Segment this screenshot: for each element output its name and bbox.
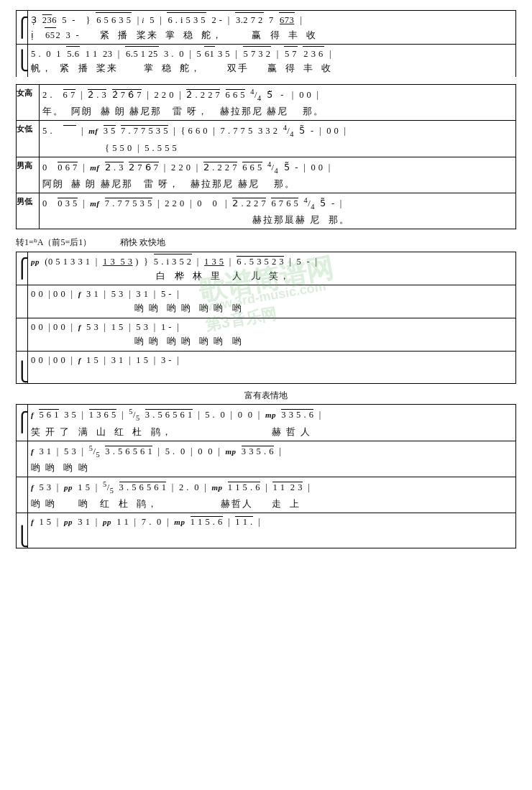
brace-4c xyxy=(17,477,28,513)
score-notes-1: 3̣ 236 5 - } 6 5 6 3 5 | i 5 | 6 . i 5 3… xyxy=(31,12,513,27)
voice4-row-3: ⎩ 0 0 | 0 0 | f 1 5 | 3 1 | 1 5 | 3 - | xyxy=(16,351,516,384)
brace-3d: ⎩ xyxy=(17,352,28,383)
soprano-content: 2 . 6 7 | 2̇ . 3 2̇ 7 6̇ 7 | 2 2 0 | 2̇ … xyxy=(40,85,515,120)
voice4-content-3: 0 0 | 0 0 | f 1 5 | 3 1 | 1 5 | 3 - | xyxy=(28,352,515,383)
expressive-content4: f 1 5 | pp 3 1 | pp 1 1 | 7 . 0 | mp xyxy=(28,513,515,548)
melody-content-3: pp (0 5 1 3 3 1 | 1 3 5 3 ) } 5 . i 3 5 … xyxy=(28,252,515,285)
label-tenor: 男高 xyxy=(17,157,40,193)
row-soprano: 女高 2 . 6 7 | 2̇ . 3 2̇ 7 6̇ 7 | 2 2 0 | … xyxy=(16,84,516,120)
row-2-content: 5 . 0 1 5.6 1 1 23 | 6.5 1 25 3 . 0 | 5 … xyxy=(28,45,515,77)
label-bass: 男低 xyxy=(17,193,40,229)
transition-label: 转1=ᵇA（前5=后1） xyxy=(16,236,91,249)
row-tenor: 男高 0 0 6 7 | mf 2̇ . 3 2̇ 7 6̇ 7 | 2 2 0… xyxy=(16,157,516,193)
brace-1: ⎧ xyxy=(17,11,28,44)
brace-4b xyxy=(17,441,28,477)
label-alto: 女低 xyxy=(17,121,40,156)
voice3-row-3: 0 0 | 0 0 | f 5 3 | 1 5 | 5 3 | 1 - | xyxy=(16,318,516,351)
section-3: ⎧ pp (0 5 1 3 3 1 | 1 3 5 3 ) } 5 . i 3 … xyxy=(16,252,516,384)
brace-4: ⎧ xyxy=(17,405,28,440)
voice3-content-3: 0 0 | 0 0 | f 5 3 | 1 5 | 5 3 | 1 - | xyxy=(28,318,515,351)
spacer-1 xyxy=(16,77,516,84)
row-alto: 女低 5 . | mf 3 5 7 . 7 7 5 3 5 | { 6 6 0 … xyxy=(16,120,516,156)
tempo-label: 稍快 欢快地 xyxy=(120,236,165,249)
expressive-row1: ⎧ f 5 6 1 3 5 | 1 3 6 5 | 5/5 3 . 5 6 5 … xyxy=(16,404,516,440)
transition-section: 转1=ᵇA（前5=后1） 稍快 欢快地 xyxy=(16,236,516,249)
page: 歌谱简谱网 www.3rd-music.com 第3音乐网 ⎧ 3̣ 236 5… xyxy=(0,0,532,559)
expressive-row3: f 5 3 | pp 1 5 | 5/5 3 . 5 6 5 6 1 | 2 .… xyxy=(16,477,516,513)
voice2-row-3: 0 0 | 0 0 | f 3 1 | 5 3 | 3 1 | 5 - | xyxy=(16,285,516,318)
section-2-satb: 女高 2 . 6 7 | 2̇ . 3 2̇ 7 6̇ 7 | 2 2 0 | … xyxy=(16,84,516,229)
brace-3: ⎧ xyxy=(17,252,28,285)
expressive-content1: f 5 6 1 3 5 | 1 3 6 5 | 5/5 3 . 5 6 5 6 … xyxy=(28,405,515,440)
expressive-content2: f 3 1 | 5 3 | 5/5 3 . 5 6 5 6 1 | 5 . 0 … xyxy=(28,441,515,477)
brace-3b xyxy=(17,285,28,318)
score-content: ⎧ 3̣ 236 5 - } 6 5 6 3 5 | i 5 | 6 . i 5… xyxy=(9,6,523,553)
row-1-content: 3̣ 236 5 - } 6 5 6 3 5 | i 5 | 6 . i 5 3… xyxy=(28,11,515,44)
section-1: ⎧ 3̣ 236 5 - } 6 5 6 3 5 | i 5 | 6 . i 5… xyxy=(16,10,516,77)
bass-content: 0 0 3 5 | mf 7 . 7 7 5 3 5 | 2 2 0 | 0 0… xyxy=(40,193,515,229)
label-soprano: 女高 xyxy=(17,85,40,120)
section-4: ⎧ f 5 6 1 3 5 | 1 3 6 5 | 5/5 3 . 5 6 5 … xyxy=(16,404,516,548)
brace-2: ⎩ xyxy=(17,45,28,77)
row-1: ⎧ 3̣ 236 5 - } 6 5 6 3 5 | i 5 | 6 . i 5… xyxy=(17,11,515,45)
voice2-content-3: 0 0 | 0 0 | f 3 1 | 5 3 | 3 1 | 5 - | xyxy=(28,285,515,318)
tempo-section-2: 富有表情地 xyxy=(16,390,516,402)
alto-content: 5 . | mf 3 5 7 . 7 7 5 3 5 | { 6 6 0 | 7… xyxy=(40,121,515,156)
expressive-content3: f 5 3 | pp 1 5 | 5/5 3 . 5 6 5 6 1 | 2 .… xyxy=(28,477,515,513)
brace-4d: ⎩ xyxy=(17,513,28,548)
tenor-content: 0 0 6 7 | mf 2̇ . 3 2̇ 7 6̇ 7 | 2 2 0 | … xyxy=(40,157,515,193)
row-bass: 男低 0 0 3 5 | mf 7 . 7 7 5 3 5 | 2 2 0 | … xyxy=(16,193,516,229)
brace-3c xyxy=(17,318,28,351)
expressive-row4: ⎩ f 1 5 | pp 3 1 | pp 1 1 | 7 . 0 xyxy=(16,513,516,548)
score-notes-1b: ị 652 3 - 紧 播 桨来 掌 稳 舵， 赢 得 丰 收 xyxy=(31,27,513,42)
expressive-row2: f 3 1 | 5 3 | 5/5 3 . 5 6 5 6 1 | 5 . 0 … xyxy=(16,441,516,477)
score-notes-2: 5 . 0 1 5.6 1 1 23 | 6.5 1 25 3 . 0 | 5 … xyxy=(31,46,513,61)
spacer-2 xyxy=(16,229,516,234)
row-2: ⎩ 5 . 0 1 5.6 1 1 23 | 6.5 1 25 3 . 0 xyxy=(17,45,515,77)
melody-row-3: ⎧ pp (0 5 1 3 3 1 | 1 3 5 3 ) } 5 . i 3 … xyxy=(16,252,516,285)
score-lyrics-2: 帆， 紧 播 桨来 掌 稳 舵， 双手 赢 得 丰 收 xyxy=(31,61,513,75)
spacer-3 xyxy=(16,384,516,390)
